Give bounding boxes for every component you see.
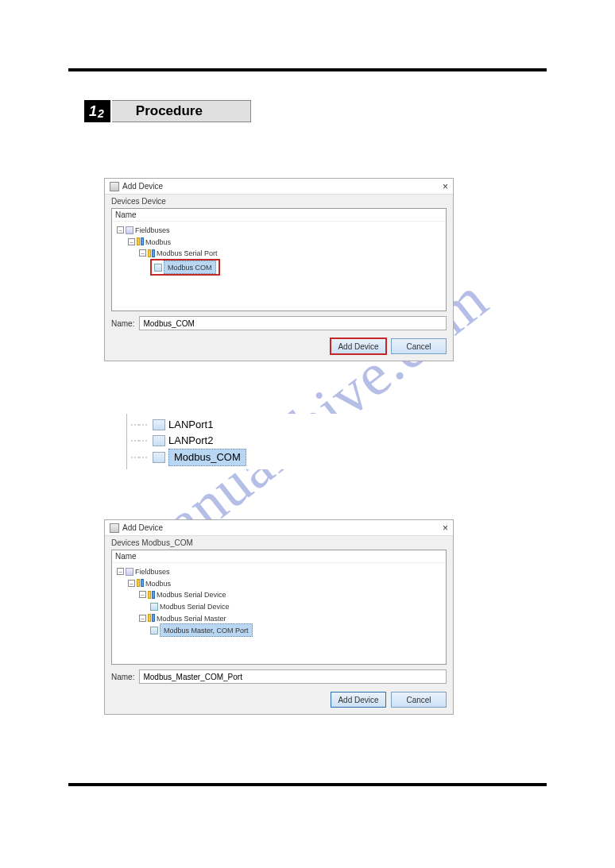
- section-title: Procedure: [112, 100, 251, 122]
- folder-icon: [126, 568, 133, 576]
- collapse-icon[interactable]: –: [139, 591, 146, 598]
- section-header: 12 Procedure: [84, 100, 251, 122]
- add-device-button[interactable]: Add Device: [331, 692, 386, 708]
- bus-icon: [148, 591, 151, 599]
- project-tree-snippet: ⋯⋯LANPort1 ⋯⋯LANPort2 ⋯⋯Modbus_COM: [124, 414, 378, 469]
- window-icon: [110, 182, 119, 191]
- tree-header: Name: [112, 550, 446, 563]
- cancel-button[interactable]: Cancel: [391, 338, 447, 354]
- device-icon: [154, 264, 162, 272]
- bus-icon: [137, 237, 140, 245]
- page-frame: manualshive.com 12 Procedure Add Device …: [68, 52, 547, 799]
- collapse-icon[interactable]: –: [139, 615, 146, 622]
- bus-icon: [152, 614, 155, 622]
- device-tree[interactable]: Name –Fieldbuses –Modbus –Modbus Serial …: [111, 208, 447, 311]
- bus-icon: [148, 249, 151, 257]
- tree-node-serial-device-group[interactable]: –Modbus Serial Device: [117, 588, 446, 600]
- bus-icon: [137, 579, 140, 587]
- collapse-icon[interactable]: –: [117, 226, 124, 233]
- tree-node-master-comport-selected[interactable]: Modbus Master, COM Port: [117, 623, 446, 637]
- add-device-dialog-2: Add Device × Devices Modbus_COM Name –Fi…: [104, 519, 454, 715]
- dialog-breadcrumb: Devices Device: [105, 195, 453, 208]
- port-icon: [153, 452, 165, 463]
- add-device-dialog-1: Add Device × Devices Device Name –Fieldb…: [104, 178, 454, 361]
- collapse-icon[interactable]: –: [128, 238, 135, 245]
- tree-node-serial-device[interactable]: Modbus Serial Device: [117, 600, 446, 612]
- bottom-rule: [68, 783, 547, 786]
- dialog-titlebar: Add Device ×: [105, 179, 453, 195]
- device-name-input[interactable]: [139, 669, 447, 684]
- section-num-minor: 2: [98, 107, 104, 120]
- tree-node-serialport[interactable]: –Modbus Serial Port: [117, 247, 446, 259]
- add-device-button[interactable]: Add Device: [331, 338, 386, 354]
- cancel-button[interactable]: Cancel: [391, 692, 447, 708]
- tree-item-modbus-com[interactable]: ⋯⋯Modbus_COM: [130, 449, 372, 466]
- bus-icon: [152, 591, 155, 599]
- dialog-breadcrumb: Devices Modbus_COM: [105, 536, 453, 550]
- close-icon[interactable]: ×: [443, 181, 448, 192]
- tree-item-lanport1[interactable]: ⋯⋯LANPort1: [130, 417, 372, 433]
- tree-node-fieldbuses[interactable]: –Fieldbuses: [117, 224, 446, 236]
- tree-node-fieldbuses[interactable]: –Fieldbuses: [117, 565, 446, 577]
- tree-header: Name: [112, 209, 446, 222]
- device-icon: [150, 603, 158, 611]
- collapse-icon[interactable]: –: [128, 580, 135, 587]
- collapse-icon[interactable]: –: [139, 249, 146, 257]
- tree-node-modbus-com-selected[interactable]: Modbus COM: [117, 259, 446, 276]
- name-label: Name:: [111, 319, 134, 328]
- port-icon: [153, 435, 165, 446]
- close-icon[interactable]: ×: [443, 523, 448, 534]
- section-num-major: 1: [89, 103, 97, 120]
- device-name-input[interactable]: [139, 316, 447, 330]
- bus-icon: [141, 579, 144, 587]
- name-label: Name:: [111, 673, 134, 681]
- section-number: 12: [84, 100, 110, 122]
- top-rule: [68, 68, 547, 71]
- bus-icon: [152, 249, 155, 257]
- device-icon: [150, 627, 158, 635]
- tree-node-modbus[interactable]: –Modbus: [117, 236, 446, 248]
- bus-icon: [141, 237, 144, 245]
- device-tree[interactable]: Name –Fieldbuses –Modbus –Modbus Serial …: [111, 550, 447, 665]
- folder-icon: [126, 226, 133, 234]
- port-icon: [153, 419, 165, 430]
- dialog-title: Add Device: [122, 523, 443, 532]
- window-icon: [110, 523, 119, 533]
- tree-node-serial-master-group[interactable]: –Modbus Serial Master: [117, 612, 446, 624]
- tree-node-modbus[interactable]: –Modbus: [117, 577, 446, 589]
- collapse-icon[interactable]: –: [117, 568, 124, 575]
- dialog-titlebar: Add Device ×: [105, 520, 453, 536]
- tree-item-lanport2[interactable]: ⋯⋯LANPort2: [130, 433, 372, 449]
- dialog-title: Add Device: [122, 182, 443, 191]
- bus-icon: [148, 614, 151, 622]
